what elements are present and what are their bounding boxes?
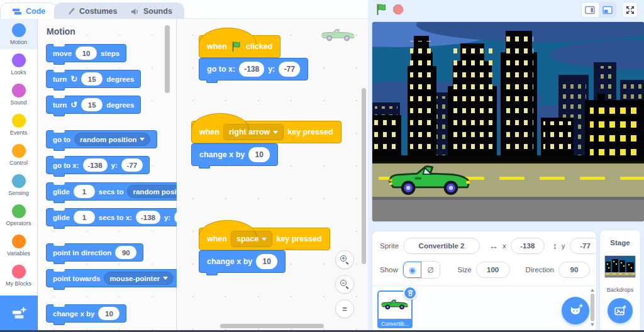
add-backdrop-button[interactable]: [608, 298, 633, 323]
add-sprite-button[interactable]: [562, 297, 589, 324]
value-input[interactable]: 10: [98, 307, 119, 320]
x-value-input[interactable]: -138: [136, 211, 160, 224]
category-events-label: Events: [10, 130, 28, 136]
x-value-input[interactable]: -138: [239, 62, 264, 77]
sprite-selector: Convertib...: [372, 286, 596, 332]
large-stage-icon: [602, 6, 613, 14]
y-position-input[interactable]: [570, 238, 596, 254]
x-position-input[interactable]: [511, 238, 545, 254]
large-stage-button[interactable]: [599, 3, 616, 17]
value-input[interactable]: 10: [256, 254, 277, 269]
palette-scrollbar[interactable]: [165, 25, 170, 93]
category-variables-label: Variables: [7, 250, 30, 257]
sprite-list-scrollbar[interactable]: [590, 289, 595, 329]
night-city-backdrop: [372, 22, 644, 221]
control-color-dot: [12, 144, 26, 158]
category-sound[interactable]: Sound: [0, 79, 37, 109]
palette-block-change-x[interactable]: change x by 10: [46, 304, 126, 323]
palette-block-turn-ccw[interactable]: turn ↺ 15 degrees: [46, 96, 141, 114]
palette-block-point-direction[interactable]: point in direction 90: [46, 243, 143, 262]
turn-cw-icon: ↻: [70, 74, 77, 84]
value-input[interactable]: 15: [81, 98, 103, 111]
stage-canvas[interactable]: [372, 22, 644, 221]
zoom-reset-button[interactable]: =: [335, 299, 354, 318]
category-looks[interactable]: Looks: [0, 49, 37, 79]
x-position-icon: ↔: [489, 241, 498, 251]
value-input[interactable]: 15: [81, 72, 103, 86]
category-myblocks[interactable]: My Blocks: [0, 260, 37, 290]
script-when-right-arrow-pressed[interactable]: when right arrow key pressed: [191, 121, 341, 143]
zoom-out-button[interactable]: −: [335, 275, 354, 294]
zoom-in-button[interactable]: +: [335, 250, 354, 269]
green-flag-button[interactable]: [375, 3, 388, 16]
direction-value-input[interactable]: 90: [115, 246, 136, 259]
palette-block-goto-menu[interactable]: go to random position: [46, 130, 157, 148]
y-value-input[interactable]: -77: [121, 158, 143, 172]
add-backdrop-icon: [614, 305, 626, 317]
category-variables[interactable]: Variables: [0, 230, 37, 260]
script-change-x-by[interactable]: change x by 10: [191, 143, 278, 166]
fullscreen-button[interactable]: [622, 2, 638, 18]
script-when-flag-clicked[interactable]: when clicked: [199, 35, 280, 58]
script-goto-xy[interactable]: go to x: -138 y: -77: [199, 58, 308, 80]
tab-sounds[interactable]: Sounds: [118, 3, 184, 19]
x-value-input[interactable]: -138: [83, 158, 108, 172]
category-myblocks-label: My Blocks: [6, 280, 31, 287]
category-operators[interactable]: Operators: [0, 200, 37, 230]
palette-block-move-steps[interactable]: move 10 steps: [46, 44, 126, 62]
add-extension-button[interactable]: [0, 296, 38, 332]
stage-and-sprite-panel: Sprite ↔ x ↕ y Show ◉ Ø Size: [368, 0, 644, 332]
tab-code[interactable]: Code: [0, 3, 57, 19]
delete-sprite-button[interactable]: [403, 286, 417, 300]
code-blocks-icon: [12, 7, 22, 16]
category-sensing-label: Sensing: [8, 190, 29, 196]
palette-block-turn-cw[interactable]: turn ↻ 15 degrees: [46, 70, 141, 88]
script-change-x-by[interactable]: change x by 10: [199, 250, 286, 273]
hide-sprite-button[interactable]: Ø: [421, 262, 440, 278]
y-value-input[interactable]: -77: [279, 62, 300, 77]
y-position-icon: ↕: [553, 241, 557, 251]
fullscreen-icon: [625, 5, 635, 15]
script-vertical-scrollbar[interactable]: [362, 88, 366, 264]
sprite-pane: Sprite ↔ x ↕ y Show ◉ Ø Size: [372, 231, 596, 332]
key-dropdown[interactable]: right arrow: [223, 124, 284, 140]
script-horizontal-scrollbar[interactable]: [220, 324, 324, 328]
stage-backdrop-panel[interactable]: Stage: [600, 230, 640, 332]
secs-value-input[interactable]: 1: [74, 185, 95, 198]
goto-target-dropdown[interactable]: random position: [74, 133, 150, 146]
sprite-info-panel: Sprite ↔ x ↕ y Show ◉ Ø Size: [372, 231, 596, 286]
key-dropdown[interactable]: space: [231, 231, 272, 247]
sprite-card-convertible[interactable]: Convertib...: [377, 290, 413, 328]
stop-button[interactable]: [393, 4, 403, 14]
secs-value-input[interactable]: 1: [74, 211, 95, 224]
backdrop-thumbnail[interactable]: [604, 255, 636, 278]
backdrop-thumbnail-image: [605, 256, 635, 277]
small-stage-button[interactable]: [582, 3, 599, 17]
category-events[interactable]: Events: [0, 109, 37, 140]
palette-block-point-towards[interactable]: point towards mouse-pointer: [46, 269, 180, 287]
value-input[interactable]: 10: [248, 147, 270, 162]
scroll-handle[interactable]: [591, 294, 594, 321]
direction-input[interactable]: [558, 262, 590, 278]
dropdown-arrow-icon: [163, 277, 168, 280]
scroll-up-arrow-icon[interactable]: [591, 289, 594, 292]
category-motion[interactable]: Motion: [0, 19, 37, 49]
show-sprite-button[interactable]: ◉: [403, 262, 421, 278]
y-label: y: [562, 242, 565, 250]
speaker-icon: [130, 7, 140, 16]
scroll-down-arrow-icon[interactable]: [591, 323, 594, 326]
point-target-dropdown[interactable]: mouse-pointer: [104, 272, 174, 285]
turn-ccw-icon: ↺: [70, 100, 77, 109]
palette-block-goto-xy[interactable]: go to x: -138 y: -77: [46, 156, 150, 174]
sound-color-dot: [12, 84, 26, 97]
category-control[interactable]: Control: [0, 140, 37, 170]
size-input[interactable]: [476, 262, 510, 278]
sprite-name-input[interactable]: [403, 238, 480, 254]
category-sensing[interactable]: Sensing: [0, 170, 37, 200]
dropdown-arrow-icon: [273, 131, 278, 134]
looks-color-dot: [12, 53, 26, 67]
zoom-out-icon: −: [340, 279, 347, 286]
direction-label: Direction: [526, 266, 554, 274]
script-when-space-pressed[interactable]: when space key pressed: [199, 228, 330, 250]
value-input[interactable]: 10: [75, 47, 97, 60]
